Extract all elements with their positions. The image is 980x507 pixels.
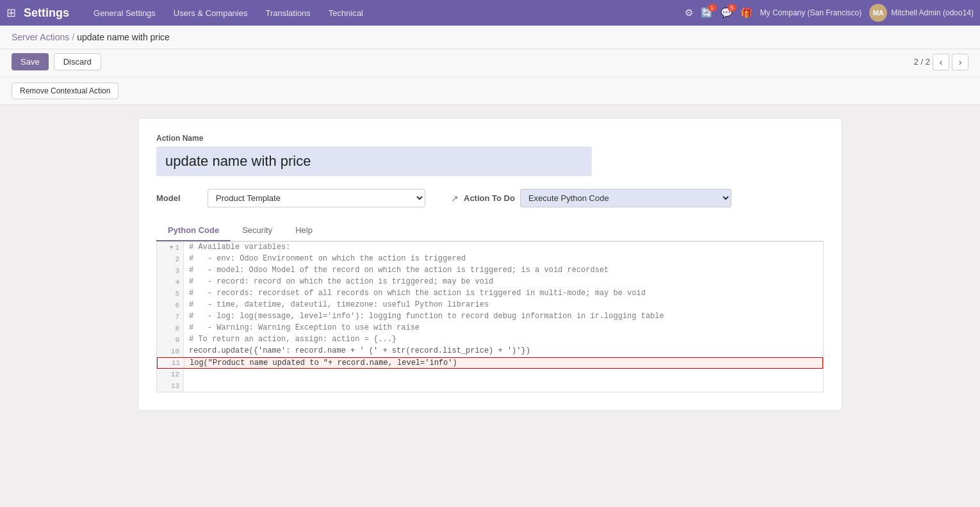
code-text [184, 380, 823, 392]
code-line[interactable]: 4# - record: record on which the action … [157, 277, 823, 288]
contextual-bar: Remove Contextual Action [0, 77, 980, 105]
breadcrumb-bar: Server Actions / update name with price [0, 26, 980, 49]
line-number: 5 [175, 290, 179, 298]
line-number: 8 [175, 325, 179, 332]
nav-users-companies[interactable]: Users & Companies [165, 0, 257, 26]
pagination-text: 2 / 2 [914, 57, 930, 67]
main-content: Action Name Model Product Template Produ… [0, 105, 980, 424]
form-card: Action Name Model Product Template Produ… [138, 118, 842, 411]
code-text: record.update({'name': record.name + ' (… [184, 346, 823, 357]
action-name-label: Action Name [156, 134, 824, 143]
code-line[interactable]: 10record.update({'name': record.name + '… [157, 346, 823, 357]
nav-translations[interactable]: Translations [256, 0, 319, 26]
model-row: Model Product Template Product Sale Orde… [156, 189, 824, 207]
action-todo-group: ↗ Action To Do Execute Python Code Updat… [451, 189, 731, 207]
gift-icon[interactable]: 🎁 [740, 7, 753, 19]
code-text: # - env: Odoo Environment on which the a… [184, 254, 823, 265]
code-line[interactable]: ▼1# Available variables: [157, 242, 823, 254]
breadcrumb-separator: / [72, 32, 74, 42]
line-number: 13 [171, 382, 179, 390]
topnav-right: ⚙ 🔄1 💬5 🎁 My Company (San Francisco) MA … [685, 4, 974, 22]
code-line[interactable]: 2# - env: Odoo Environment on which the … [157, 254, 823, 265]
discuss-badge: 5 [728, 4, 737, 12]
pagination-prev[interactable]: ‹ [933, 54, 949, 70]
update-badge: 1 [708, 4, 717, 12]
code-line[interactable]: 9# To return an action, assign: action =… [157, 334, 823, 346]
breadcrumb-current: update name with price [77, 32, 170, 42]
action-todo-select[interactable]: Execute Python Code Update a Record Exec… [520, 189, 731, 207]
discard-button[interactable]: Discard [54, 53, 101, 70]
code-line[interactable]: 11log("Product name updated to "+ record… [157, 357, 823, 369]
code-text: # - records: recordset of all records on… [184, 288, 823, 300]
code-text: # - model: Odoo Model of the record on w… [184, 265, 823, 277]
tab-security[interactable]: Security [231, 220, 284, 241]
pagination-next[interactable]: › [952, 54, 968, 70]
update-icon[interactable]: 🔄1 [701, 7, 713, 19]
code-text: # - log: log(message, level='info'): log… [184, 311, 823, 323]
code-line[interactable]: 12 [157, 369, 823, 380]
line-number: 3 [175, 267, 179, 275]
code-text: # To return an action, assign: action = … [184, 334, 823, 346]
app-title: Settings [24, 6, 69, 20]
code-text: log("Product name updated to "+ record.n… [184, 358, 822, 368]
model-label: Model [156, 193, 208, 203]
code-line[interactable]: 13 [157, 380, 823, 392]
code-text: # Available variables: [184, 242, 823, 254]
breadcrumb-parent[interactable]: Server Actions [12, 32, 69, 42]
line-number: 9 [175, 336, 179, 344]
apps-icon[interactable]: ⚙ [685, 7, 693, 19]
grid-icon[interactable]: ⊞ [6, 6, 16, 20]
tab-python-code[interactable]: Python Code [156, 220, 231, 241]
code-line[interactable]: 5# - records: recordset of all records o… [157, 288, 823, 300]
save-button[interactable]: Save [12, 53, 49, 70]
discuss-icon[interactable]: 💬5 [721, 7, 733, 19]
company-name[interactable]: My Company (San Francisco) [760, 8, 862, 17]
nav-technical[interactable]: Technical [320, 0, 372, 26]
tab-help[interactable]: Help [284, 220, 324, 241]
action-name-input[interactable] [156, 147, 592, 176]
line-number: 11 [172, 359, 180, 367]
avatar: MA [869, 4, 887, 22]
code-line[interactable]: 8# - Warning: Warning Exception to use w… [157, 323, 823, 334]
code-text: # - record: record on which the action i… [184, 277, 823, 288]
code-text: # - time, datetime, dateutil, timezone: … [184, 300, 823, 311]
line-number: 12 [171, 371, 179, 378]
code-text [184, 369, 823, 380]
code-text: # - Warning: Warning Exception to use wi… [184, 323, 823, 334]
topnav: ⊞ Settings General Settings Users & Comp… [0, 0, 980, 26]
model-select[interactable]: Product Template Product Sale Order Purc… [208, 189, 425, 207]
user-name: Mitchell Admin (odoo14) [891, 8, 974, 17]
code-line[interactable]: 3# - model: Odoo Model of the record on … [157, 265, 823, 277]
breadcrumb: Server Actions / update name with price [12, 32, 968, 42]
external-link-icon[interactable]: ↗ [451, 193, 459, 204]
line-number: 1 [175, 244, 179, 252]
action-bar: Save Discard 2 / 2 ‹ › [0, 49, 980, 77]
line-number: 4 [175, 278, 179, 286]
line-number: 2 [175, 255, 179, 263]
action-bar-left: Save Discard [12, 53, 101, 70]
tabs: Python Code Security Help [156, 220, 824, 241]
code-line[interactable]: 6# - time, datetime, dateutil, timezone:… [157, 300, 823, 311]
line-number: 7 [175, 313, 179, 321]
line-number: 6 [175, 302, 179, 309]
user-menu[interactable]: MA Mitchell Admin (odoo14) [869, 4, 974, 22]
code-editor[interactable]: ▼1# Available variables:2# - env: Odoo E… [156, 241, 824, 392]
topnav-links: General Settings Users & Companies Trans… [85, 0, 685, 26]
line-number: 10 [171, 348, 179, 355]
nav-general-settings[interactable]: General Settings [85, 0, 165, 26]
fold-button[interactable]: ▼ [170, 245, 173, 251]
code-line[interactable]: 7# - log: log(message, level='info'): lo… [157, 311, 823, 323]
action-todo-label: Action To Do [464, 193, 515, 203]
remove-contextual-action-button[interactable]: Remove Contextual Action [12, 83, 118, 99]
pagination: 2 / 2 ‹ › [914, 54, 968, 70]
